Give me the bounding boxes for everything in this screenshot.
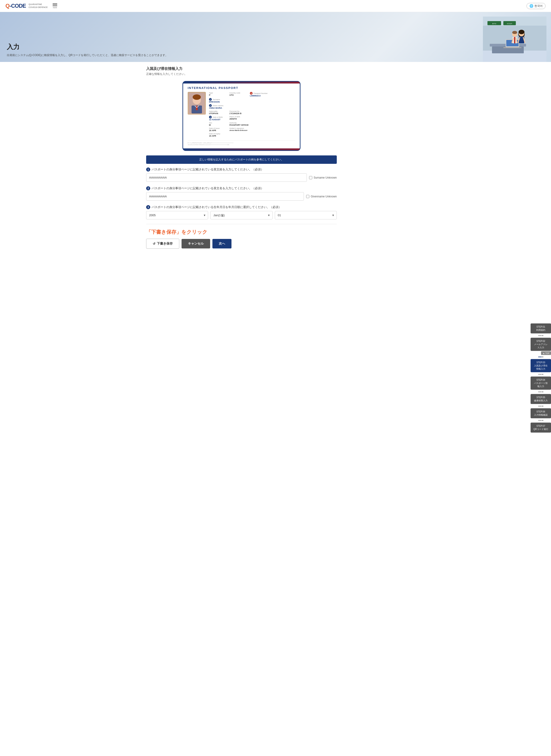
save-icon: ↺ bbox=[153, 242, 155, 245]
passport-example: INTERNATIONAL PASSPORT bbox=[182, 81, 301, 151]
badge-3: 3 bbox=[209, 116, 212, 118]
surname-label: パスポートの身分事項ページに記載されている英文姓を入力してください。（必須） bbox=[152, 167, 264, 171]
svg-rect-20 bbox=[514, 37, 515, 43]
svg-text:출국장: 출국장 bbox=[492, 23, 496, 24]
day-select-wrap: 01 02 03 04 05 06 ▼ bbox=[275, 211, 337, 219]
header: Q-CODE QUARANTINE COVID19 DEFENCE more 🌐… bbox=[0, 0, 551, 12]
step-badge-1: 1 bbox=[146, 167, 150, 171]
hero-section: 入力 出発前にシステム(Q-CODE)に検疫情報を入力し、QRコードを発行してい… bbox=[0, 12, 551, 62]
dob-section: 3 パスポートの身分事項ページに記載されている生年月日を年月日順に選択してくださ… bbox=[146, 205, 337, 219]
givenname-unknown-label: Givenname Unknown bbox=[311, 195, 337, 198]
logo-q: Q bbox=[5, 3, 10, 9]
hero-title: 入力 bbox=[7, 43, 276, 51]
svg-point-23 bbox=[512, 31, 517, 34]
logo-subtitle: QUARANTINE COVID19 DEFENCE bbox=[29, 3, 48, 9]
svg-point-17 bbox=[519, 30, 524, 34]
givenname-section: 2 パスポートの身分事項ページに記載されている英文名を入力してください。（必須）… bbox=[146, 186, 337, 200]
draft-title: 「下書き保存」をクリック bbox=[146, 229, 337, 235]
step-badge-2: 2 bbox=[146, 186, 150, 190]
dob-label: パスポートの身分事項ページに記載されている生年月日を年月日順に選択してください。… bbox=[152, 205, 282, 209]
logo: Q-CODE bbox=[5, 3, 26, 9]
cancel-button[interactable]: キャンセル bbox=[181, 239, 210, 248]
passport-title: INTERNATIONAL PASSPORT bbox=[188, 86, 295, 90]
passport-mrz: P/<LOREMIPSUM/<DOLARSIT<<<<<<<<<<<<<<<<<… bbox=[188, 140, 295, 146]
givenname-label: パスポートの身分事項ページに記載されている英文名を入力してください。（必須） bbox=[152, 186, 264, 190]
day-select[interactable]: 01 02 03 04 05 06 bbox=[275, 211, 337, 219]
givenname-unknown-checkbox-label[interactable]: Givenname Unknown bbox=[306, 195, 337, 198]
hero-text: 入力 出発前にシステム(Q-CODE)に検疫情報を入力し、QRコードを発行してい… bbox=[7, 43, 276, 57]
surname-input[interactable] bbox=[146, 173, 307, 182]
badge-4: 4 bbox=[250, 92, 252, 95]
surname-unknown-label: Surname Unknown bbox=[314, 176, 337, 179]
globe-icon: 🌐 bbox=[529, 4, 533, 8]
section-subtitle: 正確な情報を入力してください。 bbox=[146, 72, 380, 76]
givenname-input[interactable] bbox=[146, 192, 304, 200]
logo-area: Q-CODE QUARANTINE COVID19 DEFENCE more bbox=[5, 3, 57, 9]
lang-label: 한국어 bbox=[534, 4, 543, 8]
svg-rect-11 bbox=[503, 47, 522, 48]
step-badge-3: 3 bbox=[146, 205, 150, 209]
passport-photo bbox=[188, 92, 206, 115]
logo-dash: -CODE bbox=[10, 3, 26, 9]
month-select[interactable]: Jan(1월) Feb(2월) Mar(3월) Apr(4월) May(5월) … bbox=[210, 211, 272, 219]
surname-unknown-checkbox[interactable] bbox=[309, 176, 312, 179]
section-title: 入国及び滞在情報入力 bbox=[146, 66, 380, 71]
info-banner: 正しい情報を記入するためにパスポートの例を参考にしてください。 bbox=[146, 155, 337, 164]
draft-section: 「下書き保存」をクリック ↺ 下書き保存 キャンセル 次へ bbox=[146, 229, 337, 249]
month-select-wrap: Jan(1월) Feb(2월) Mar(3월) Apr(4월) May(5월) … bbox=[210, 211, 272, 219]
year-select[interactable]: 2005 2004 2003 2002 2001 2000 1999 bbox=[146, 211, 208, 219]
surname-unknown-checkbox-label[interactable]: Surname Unknown bbox=[309, 176, 337, 179]
year-select-wrap: 2005 2004 2003 2002 2001 2000 1999 ▼ bbox=[146, 211, 208, 219]
svg-text:보안검색: 보안검색 bbox=[507, 23, 512, 24]
svg-rect-28 bbox=[196, 106, 198, 110]
next-button[interactable]: 次へ bbox=[212, 239, 231, 248]
menu-button[interactable]: more bbox=[53, 3, 57, 9]
passport-fields: Type P Country code UTO 4 bbox=[209, 92, 295, 138]
save-draft-button[interactable]: ↺ 下書き保存 bbox=[146, 239, 179, 249]
surname-section: 1 パスポートの身分事項ページに記載されている英文姓を入力してください。（必須）… bbox=[146, 167, 337, 182]
badge-2: 2 bbox=[209, 104, 212, 107]
givenname-unknown-checkbox[interactable] bbox=[306, 195, 309, 198]
hero-illustration: 출국장 보안검색 bbox=[483, 17, 546, 62]
svg-point-26 bbox=[193, 94, 201, 100]
section-header: 入国及び滞在情報入力 正確な情報を入力してください。 bbox=[139, 62, 387, 77]
language-button[interactable]: 🌐 한국어 bbox=[527, 3, 546, 9]
hero-description: 出発前にシステム(Q-CODE)に検疫情報を入力し、QRコードを発行していただく… bbox=[7, 53, 276, 57]
menu-label: more bbox=[53, 7, 57, 9]
badge-1: 1 bbox=[209, 98, 212, 101]
